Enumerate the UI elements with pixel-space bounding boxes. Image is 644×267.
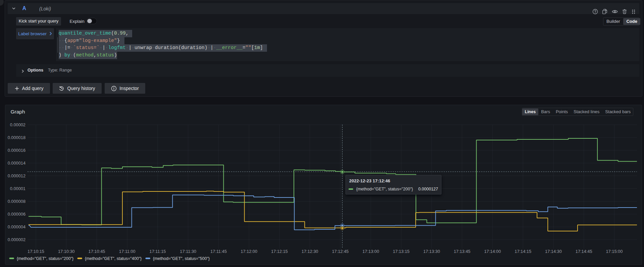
svg-text:{method="GET", status="200"}: {method="GET", status="200"} [17,256,73,261]
svg-text:17:15:00: 17:15:00 [606,249,623,254]
svg-text:17:12:15: 17:12:15 [271,249,288,254]
svg-text:17:11:45: 17:11:45 [210,249,227,254]
svg-text:17:10:30: 17:10:30 [58,249,75,254]
svg-text:0.000008: 0.000008 [8,199,25,204]
svg-text:17:14:00: 17:14:00 [484,249,501,254]
svg-text:17:12:30: 17:12:30 [302,249,318,254]
svg-text:0.00001: 0.00001 [10,186,25,191]
svg-text:0.000004: 0.000004 [8,224,25,229]
svg-text:0.000002: 0.000002 [8,237,25,242]
svg-text:17:13:45: 17:13:45 [454,249,471,254]
svg-text:17:14:30: 17:14:30 [545,249,562,254]
svg-text:17:11:00: 17:11:00 [119,249,136,254]
svg-text:17:14:15: 17:14:15 [515,249,531,254]
svg-text:17:12:45: 17:12:45 [332,249,349,254]
svg-text:{method="GET", status="500"}: {method="GET", status="500"} [153,256,210,261]
svg-text:17:14:45: 17:14:45 [576,249,592,254]
svg-text:17:10:15: 17:10:15 [28,249,44,254]
svg-text:0.000014: 0.000014 [8,161,25,166]
svg-text:17:13:30: 17:13:30 [423,249,440,254]
svg-text:0.000012: 0.000012 [8,173,25,178]
svg-text:0.000006: 0.000006 [8,212,25,217]
svg-text:17:10:45: 17:10:45 [89,249,105,254]
svg-text:17:11:30: 17:11:30 [180,249,196,254]
svg-text:17:11:15: 17:11:15 [150,249,166,254]
svg-text:17:13:15: 17:13:15 [393,249,410,254]
svg-text:17:13:00: 17:13:00 [362,249,379,254]
svg-text:0.000016: 0.000016 [8,148,25,153]
svg-text:17:12:00: 17:12:00 [240,249,257,254]
svg-text:{method="GET", status="400"}: {method="GET", status="400"} [85,256,142,261]
svg-text:0.000018: 0.000018 [8,135,25,140]
svg-text:0.00002: 0.00002 [10,122,25,127]
